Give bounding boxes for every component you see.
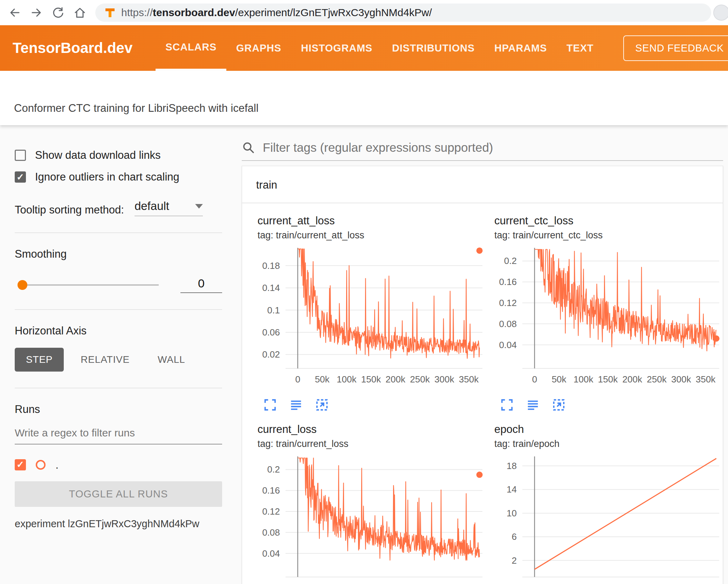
- show-download-links-row[interactable]: Show data download links: [15, 149, 222, 162]
- sidebar-divider: [15, 309, 222, 310]
- svg-text:0.14: 0.14: [262, 283, 280, 293]
- tab-distributions[interactable]: DISTRIBUTIONS: [382, 25, 485, 71]
- fit-domain-icon: [552, 398, 565, 412]
- sidebar-divider: [15, 388, 222, 388]
- svg-text:0.1: 0.1: [267, 305, 280, 315]
- svg-text:350k: 350k: [696, 374, 716, 385]
- svg-text:100k: 100k: [574, 583, 593, 584]
- smoothing-slider[interactable]: [20, 284, 159, 286]
- chart-title: current_ctc_loss: [494, 215, 722, 227]
- chart-title: current_loss: [257, 423, 485, 436]
- svg-text:300k: 300k: [434, 374, 454, 385]
- chart-canvas[interactable]: 0.040.080.120.160.2050k100k150k200k250k3…: [257, 454, 485, 584]
- header-tabs: SCALARS GRAPHS HISTOGRAMS DISTRIBUTIONS …: [156, 25, 603, 71]
- tab-scalars[interactable]: SCALARS: [156, 25, 226, 71]
- svg-text:200k: 200k: [623, 583, 643, 584]
- reload-icon: [52, 6, 64, 19]
- chart-canvas[interactable]: 0.020.060.10.140.18050k100k150k200k250k3…: [257, 245, 485, 396]
- log-scale-button[interactable]: [525, 397, 541, 413]
- svg-text:350k: 350k: [459, 583, 479, 584]
- show-download-links-checkbox[interactable]: [15, 150, 26, 161]
- svg-text:0.04: 0.04: [262, 548, 280, 559]
- fit-domain-icon: [315, 398, 329, 412]
- chevron-down-icon: [195, 204, 203, 209]
- axis-step-button[interactable]: STEP: [15, 348, 64, 372]
- forward-button[interactable]: [27, 3, 46, 22]
- expand-chart-button[interactable]: [499, 397, 515, 413]
- svg-text:0: 0: [295, 374, 300, 385]
- tab-text[interactable]: TEXT: [557, 25, 603, 71]
- send-feedback-button[interactable]: SEND FEEDBACK: [623, 35, 728, 61]
- url-text: https://tensorboard.dev/experiment/lzGnE…: [121, 7, 432, 19]
- url-host: tensorboard.dev: [153, 7, 235, 18]
- log-scale-button[interactable]: [288, 397, 304, 413]
- filter-tags-row[interactable]: Filter tags (regular expressions support…: [242, 141, 723, 161]
- content: Show data download links Ignore outliers…: [0, 125, 728, 584]
- tooltip-sorting-select[interactable]: default: [135, 199, 203, 216]
- expand-chart-button[interactable]: [262, 397, 278, 413]
- run-checkbox[interactable]: [15, 459, 26, 470]
- back-arrow-icon: [8, 6, 21, 19]
- horizontal-lines-icon: [289, 398, 303, 412]
- svg-text:100k: 100k: [337, 583, 357, 584]
- svg-text:0.02: 0.02: [262, 349, 280, 360]
- svg-text:250k: 250k: [647, 583, 667, 584]
- tensorboard-favicon: [104, 7, 116, 18]
- expand-icon: [263, 398, 277, 412]
- svg-text:200k: 200k: [386, 374, 406, 385]
- svg-text:18: 18: [507, 461, 517, 471]
- sidebar-divider: [15, 232, 222, 233]
- chart-title: current_att_loss: [257, 215, 485, 227]
- smoothing-value-input[interactable]: 0: [180, 277, 222, 293]
- address-bar[interactable]: https://tensorboard.dev/experiment/lzGnE…: [95, 4, 711, 22]
- axis-wall-button[interactable]: WALL: [146, 348, 196, 372]
- charts-grid: current_att_loss tag: train/current_att_…: [242, 203, 723, 584]
- svg-text:0.2: 0.2: [267, 464, 280, 475]
- back-button[interactable]: [5, 3, 25, 22]
- tab-graphs[interactable]: GRAPHS: [226, 25, 291, 71]
- svg-text:50k: 50k: [315, 374, 330, 385]
- toggle-all-runs-button[interactable]: TOGGLE ALL RUNS: [15, 481, 222, 507]
- browser-profile-avatar[interactable]: [713, 5, 728, 21]
- svg-text:250k: 250k: [410, 583, 430, 584]
- svg-text:50k: 50k: [552, 583, 567, 584]
- runs-filter-input[interactable]: Write a regex to filter runs: [15, 427, 222, 444]
- forward-arrow-icon: [30, 6, 43, 19]
- chart-canvas[interactable]: 0.040.080.120.160.2050k100k150k200k250k3…: [494, 245, 722, 396]
- run-name: .: [55, 458, 59, 471]
- chart-tag: tag: train/current_ctc_loss: [494, 230, 722, 241]
- chart-actions: [257, 397, 485, 413]
- filter-tags-input[interactable]: Filter tags (regular expressions support…: [263, 141, 493, 155]
- svg-text:0.12: 0.12: [499, 298, 517, 308]
- run-row[interactable]: .: [15, 458, 222, 471]
- chart-canvas[interactable]: 26101418050k100k150k200k250k300k350k: [494, 454, 722, 584]
- ignore-outliers-row[interactable]: Ignore outliers in chart scaling: [15, 171, 222, 183]
- run-color-swatch: [36, 460, 46, 470]
- ignore-outliers-checkbox[interactable]: [15, 171, 26, 183]
- svg-text:0.06: 0.06: [262, 327, 280, 338]
- svg-text:0: 0: [532, 374, 537, 385]
- home-button[interactable]: [70, 3, 90, 22]
- tab-hparams[interactable]: HPARAMS: [485, 25, 557, 71]
- svg-text:350k: 350k: [696, 583, 716, 584]
- tag-group-title[interactable]: train: [242, 166, 723, 203]
- svg-text:200k: 200k: [623, 374, 643, 385]
- smoothing-label: Smoothing: [15, 248, 222, 260]
- svg-text:0.16: 0.16: [499, 277, 517, 287]
- url-path: /experiment/lzGnETjwRxC3yghNMd4kPw/: [235, 7, 432, 18]
- axis-relative-button[interactable]: RELATIVE: [69, 348, 141, 372]
- tab-histograms[interactable]: HISTOGRAMS: [291, 25, 382, 71]
- tooltip-sorting-row: Tooltip sorting method: default: [15, 199, 222, 216]
- reload-button[interactable]: [48, 3, 68, 22]
- fit-domain-button[interactable]: [314, 397, 330, 413]
- chart-actions: [494, 397, 722, 413]
- fit-domain-button[interactable]: [551, 397, 566, 413]
- chart-current-att-loss: current_att_loss tag: train/current_att_…: [257, 215, 485, 413]
- svg-text:350k: 350k: [459, 374, 479, 385]
- horizontal-lines-icon: [526, 398, 540, 412]
- app-brand: TensorBoard.dev: [13, 40, 132, 56]
- main-panel: Filter tags (regular expressions support…: [231, 125, 728, 584]
- svg-text:0: 0: [532, 583, 537, 584]
- experiment-subheader: Conformer CTC training for LibriSpeech w…: [0, 71, 728, 125]
- smoothing-slider-thumb[interactable]: [18, 280, 27, 290]
